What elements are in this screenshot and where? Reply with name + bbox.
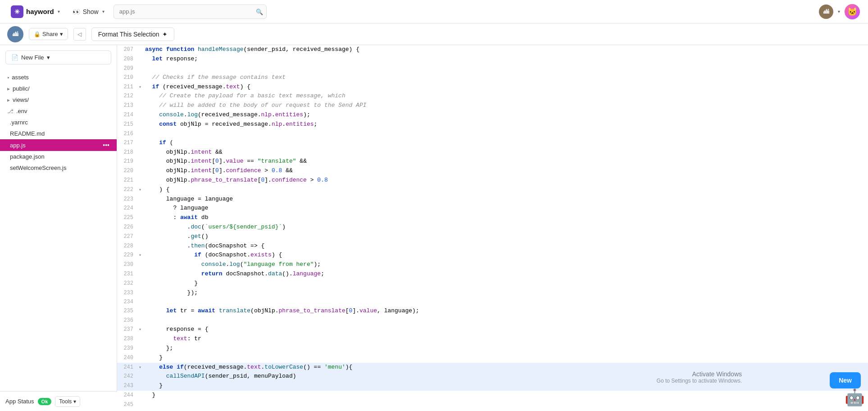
app-logo-icon: ✳	[11, 5, 23, 18]
status-ok-badge: Ok	[38, 398, 52, 405]
sidebar-item-label: README.md	[10, 130, 45, 137]
code-line: 237 ▾ response = {	[117, 325, 868, 334]
code-line: 228 .then(docSnapshot => {	[117, 242, 868, 251]
app-logo-area[interactable]: ✳ hayword ▾	[7, 4, 64, 20]
git-icon: ⎇	[7, 108, 14, 114]
lock-icon: 🔒	[34, 31, 41, 37]
eyes-icon: 👀	[73, 8, 80, 15]
sidebar-item-label: assets	[12, 74, 29, 81]
show-button[interactable]: 👀 Show ▾	[69, 6, 108, 17]
code-line: 221 objNlp.phrase_to_translate[0].confid…	[117, 176, 868, 185]
code-line: 213 // will be added to the body of our …	[117, 101, 868, 110]
code-line: 207 async function handleMessage(sender_…	[117, 45, 868, 55]
file-plus-icon: 📄	[11, 54, 18, 61]
sidebar: 📄 New File ▾ ▪ assets ▸ public/ ▸ views/…	[0, 45, 117, 411]
sidebar-item-yarnrc[interactable]: .yarnrc	[0, 117, 117, 128]
sidebar-item-label: views/	[13, 96, 29, 103]
code-line: 246 // Send the response message	[117, 409, 868, 411]
search-input[interactable]	[114, 5, 267, 19]
new-file-button[interactable]: 📄 New File ▾	[5, 50, 111, 64]
collapse-sidebar-button[interactable]: ◁	[73, 28, 86, 41]
code-line: 209	[117, 64, 868, 73]
tools-button[interactable]: Tools ▾	[55, 396, 80, 407]
sidebar-item-assets[interactable]: ▪ assets	[0, 72, 117, 83]
code-line: 223 language = language	[117, 195, 868, 204]
avatar1-chevron: ▾	[838, 9, 840, 14]
code-line: 233 });	[117, 288, 868, 298]
magic-star-icon: ✦	[162, 31, 168, 38]
sidebar-item-app-js[interactable]: app.js •••	[0, 139, 117, 151]
code-line: 240 }	[117, 353, 868, 363]
code-line: 236	[117, 316, 868, 325]
code-line: 230 console.log("language from here");	[117, 260, 868, 269]
code-line: 226 .doc(`users/${sender_psid}`)	[117, 223, 868, 232]
code-line: 227 .get()	[117, 232, 868, 242]
code-line: 217 if (	[117, 138, 868, 148]
new-button[interactable]: New	[830, 372, 861, 388]
sidebar-item-label: public/	[13, 85, 30, 92]
code-lines: 207 async function handleMessage(sender_…	[117, 45, 868, 411]
show-label: Show	[83, 8, 99, 15]
code-line: 245	[117, 400, 868, 409]
chevron-right-icon: ▸	[7, 97, 10, 103]
search-icon: 🔍	[256, 8, 263, 15]
topbar-right-area: 🏙 ▾ 🐱	[819, 3, 861, 20]
new-file-label: New File	[21, 54, 44, 61]
tools-label: Tools	[59, 398, 72, 405]
sidebar-item-label: app.js	[10, 142, 26, 149]
code-line: 212 // Create the payload for a basic te…	[117, 91, 868, 101]
sidebar-item-setwelcome[interactable]: setWelcomeScreen.js	[0, 162, 117, 174]
code-line: 234	[117, 297, 868, 306]
code-line: 214 console.log(received_message.nlp.ent…	[117, 110, 868, 120]
code-editor[interactable]: 207 async function handleMessage(sender_…	[117, 45, 868, 411]
app-menu-chevron: ▾	[58, 9, 60, 14]
format-selection-button[interactable]: Format This Selection ✦	[91, 27, 174, 41]
topbar: ✳ hayword ▾ 👀 Show ▾ 🔍 🏙 ▾ 🐱	[0, 0, 868, 23]
code-line: 232 }	[117, 279, 868, 288]
code-line-highlighted-242: 242 callSendAPI(sender_psid, menuPayload…	[117, 372, 868, 381]
share-label: Share	[42, 31, 58, 37]
sidebar-item-label: .yarnrc	[10, 119, 28, 126]
format-label: Format This Selection	[98, 31, 159, 38]
more-options-button[interactable]: •••	[103, 142, 109, 149]
code-line: 219 objNlp.intent[0].value == "translate…	[117, 157, 868, 166]
new-file-chevron: ▾	[47, 54, 50, 61]
user-avatar-1[interactable]: 🏙	[819, 5, 833, 19]
code-line: 210 // Checks if the message contains te…	[117, 73, 868, 82]
sidebar-item-env[interactable]: ⎇ .env	[0, 105, 117, 117]
sidebar-item-label: package.json	[10, 153, 45, 160]
sidebar-item-public[interactable]: ▸ public/	[0, 83, 117, 94]
sidebar-item-package[interactable]: package.json	[0, 151, 117, 162]
code-line-highlighted-241: 241 ▾ else if(received_message.text.toLo…	[117, 363, 868, 372]
user-avatar-2[interactable]: 🐱	[844, 3, 861, 20]
code-line: 238 text: tr	[117, 334, 868, 344]
search-bar: 🔍	[114, 5, 267, 19]
sidebar-item-views[interactable]: ▸ views/	[0, 94, 117, 105]
code-line: 229 ▾ if (docSnapshot.exists) {	[117, 251, 868, 260]
code-line: 215 const objNlp = received_message.nlp.…	[117, 120, 868, 129]
user-avatar-small[interactable]: 🏙	[7, 26, 23, 42]
share-chevron: ▾	[60, 31, 63, 37]
folder-icon: ▪	[7, 74, 9, 81]
code-line: 208 let response;	[117, 55, 868, 64]
code-line: 218 objNlp.intent &&	[117, 148, 868, 157]
share-button[interactable]: 🔒 Share ▾	[29, 28, 68, 40]
sidebar-item-readme[interactable]: README.md	[0, 128, 117, 139]
code-line: 225 : await db	[117, 213, 868, 223]
code-line: 222 ▾ ) {	[117, 185, 868, 195]
main-layout: 📄 New File ▾ ▪ assets ▸ public/ ▸ views/…	[0, 45, 868, 411]
code-line: 224 ? language	[117, 204, 868, 213]
chevron-right-icon: ▸	[7, 86, 10, 92]
code-line: 231 return docSnapshot.data().language;	[117, 269, 868, 279]
code-line-highlighted-243: 243 }	[117, 381, 868, 391]
tools-chevron: ▾	[73, 398, 76, 405]
secondbar: 🏙 🔒 Share ▾ ◁ Format This Selection ✦	[0, 23, 868, 45]
code-line: 235 let tr = await translate(objNlp.phra…	[117, 306, 868, 316]
show-chevron: ▾	[102, 9, 105, 14]
code-line: 211 ▾ if (received_message.text) {	[117, 82, 868, 92]
statusbar: App Status Ok Tools ▾	[0, 391, 117, 411]
sidebar-item-label: .env	[16, 108, 27, 114]
code-line: 220 objNlp.intent[0].confidence > 0.8 &&	[117, 166, 868, 176]
app-status-label: App Status	[5, 398, 34, 405]
app-name: hayword	[26, 8, 54, 15]
